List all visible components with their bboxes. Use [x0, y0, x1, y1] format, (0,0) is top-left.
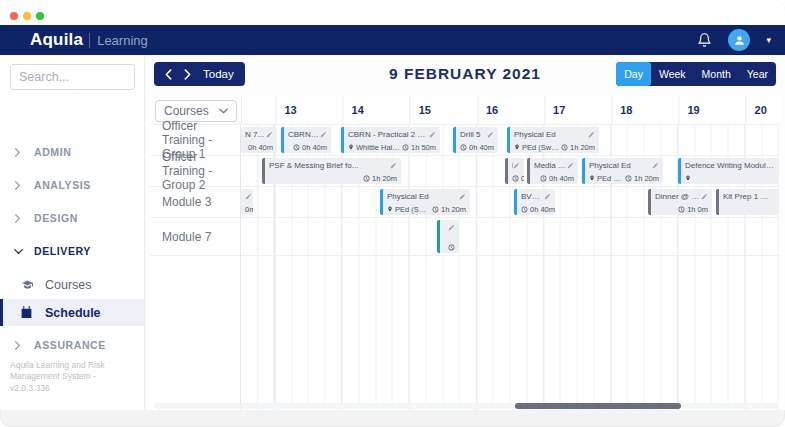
sidebar: ADMIN ANALYSIS DESIGN DELIVERY Courses S…: [0, 55, 145, 410]
edit-pencil-icon[interactable]: [701, 193, 708, 200]
row-label: Module 7: [150, 218, 240, 256]
calendar-icon: [20, 306, 33, 319]
user-menu-caret-icon[interactable]: ▾: [766, 36, 771, 45]
sidebar-section-assurance[interactable]: ASSURANCE: [0, 336, 144, 354]
edit-pencil-icon[interactable]: [588, 131, 595, 138]
hour-label-18: 18: [620, 104, 632, 116]
event-title: Physical Ed: [387, 192, 459, 201]
edit-pencil-icon[interactable]: [459, 193, 466, 200]
timeline-row: PSF & Messing Brief fo...1h 20mB...0hMed…: [241, 156, 779, 187]
event-card[interactable]: Physical EdPEd (Swimmin...1h 20m: [380, 189, 470, 215]
location-pin-icon: [514, 143, 520, 151]
edit-pencil-icon[interactable]: [429, 131, 436, 138]
event-card[interactable]: 0m: [241, 189, 253, 215]
hour-label-13: 13: [284, 104, 296, 116]
event-card[interactable]: [437, 220, 459, 253]
event-duration: 1h 20m: [441, 205, 466, 214]
sidebar-section-label: DELIVERY: [34, 245, 91, 257]
edit-pencil-icon[interactable]: [390, 162, 397, 169]
timeline-row: [241, 218, 779, 256]
clock-icon: [363, 175, 370, 182]
notifications-bell-icon[interactable]: [697, 32, 712, 48]
edit-pencil-icon[interactable]: [448, 224, 455, 231]
event-card[interactable]: Physical EdPEd (Gym)1h 20m: [582, 158, 663, 184]
hours-header: 1314151617181920: [241, 96, 779, 124]
hour-label-15: 15: [419, 104, 431, 116]
edit-pencil-icon[interactable]: [266, 131, 273, 138]
event-card[interactable]: Dinner @ Mess1h 0m: [648, 189, 712, 215]
sidebar-section-delivery[interactable]: DELIVERY: [0, 242, 144, 260]
clock-icon: [625, 175, 632, 182]
sidebar-section-analysis[interactable]: ANALYSIS: [0, 176, 144, 194]
event-card[interactable]: Drill 50h 40m: [453, 127, 498, 153]
event-card[interactable]: Kit Prep 1 @ Block: [716, 189, 779, 215]
user-avatar[interactable]: [728, 29, 750, 51]
event-card[interactable]: N 7...0h 40m: [241, 127, 277, 153]
schedule-grid: Courses 1314151617181920 Officer Trainin…: [150, 96, 779, 410]
schedule-toolbar: Today 9 FEBRUARY 2021 DayWeekMonthYear: [145, 62, 785, 92]
clock-icon: [460, 144, 467, 151]
edit-pencil-icon[interactable]: [320, 131, 327, 138]
main-area: Today 9 FEBRUARY 2021 DayWeekMonthYear C…: [145, 55, 785, 410]
chevron-right-icon: [14, 148, 21, 157]
search-input[interactable]: [10, 64, 135, 90]
clock-icon: [521, 206, 528, 213]
view-tab-day[interactable]: Day: [616, 62, 651, 86]
screen: Aquila Learning ▾ ADMIN ANALY: [0, 0, 785, 427]
minimize-window-icon[interactable]: [23, 12, 31, 20]
event-card[interactable]: Defence Writing Module 1 an: [678, 158, 779, 184]
event-card[interactable]: Physical EdPEd (Swimmin...1h 20m: [507, 127, 599, 153]
edit-pencil-icon[interactable]: [487, 131, 494, 138]
chevron-down-icon: [219, 108, 228, 114]
edit-pencil-icon[interactable]: [544, 193, 551, 200]
edit-pencil-icon[interactable]: [652, 162, 659, 169]
event-location: PEd (Swimmin...: [395, 205, 430, 214]
grid-header: Courses 1314151617181920: [150, 96, 779, 125]
clock-icon: [561, 144, 568, 151]
zoom-window-icon[interactable]: [36, 12, 44, 20]
event-card[interactable]: CBRN - Practical 2 Unmasking and...Whitt…: [341, 127, 440, 153]
hour-label-20: 20: [755, 104, 767, 116]
sidebar-item-courses[interactable]: Courses: [0, 271, 144, 298]
view-tab-year[interactable]: Year: [739, 62, 776, 86]
edit-pencil-icon[interactable]: [513, 162, 520, 169]
view-tab-month[interactable]: Month: [694, 62, 739, 86]
chevron-right-icon: [14, 214, 21, 223]
sidebar-section-design[interactable]: DESIGN: [0, 209, 144, 227]
event-duration: 0h 40m: [302, 143, 327, 152]
sidebar-item-schedule[interactable]: Schedule: [0, 299, 144, 326]
event-card[interactable]: Media A...0h 40m: [527, 158, 578, 184]
row-labels-column: Officer Training - Group 1Officer Traini…: [150, 125, 241, 410]
view-tab-week[interactable]: Week: [651, 62, 694, 86]
chevron-right-icon: [14, 341, 21, 350]
edit-pencil-icon[interactable]: [245, 193, 252, 200]
sidebar-item-label: Schedule: [45, 306, 101, 320]
event-title: BVP: Int...: [521, 192, 544, 201]
app-header: Aquila Learning ▾: [0, 25, 785, 55]
app-body: ADMIN ANALYSIS DESIGN DELIVERY Courses S…: [0, 55, 785, 410]
close-window-icon[interactable]: [10, 12, 18, 20]
event-duration: 1h 20m: [634, 174, 659, 183]
sidebar-section-admin[interactable]: ADMIN: [0, 143, 144, 161]
brand-logo[interactable]: Aquila: [30, 30, 83, 50]
event-duration: 1h 0m: [687, 205, 708, 214]
clock-icon: [293, 144, 300, 151]
horizontal-scrollbar-thumb[interactable]: [515, 403, 681, 409]
event-duration: 1h 50m: [411, 143, 436, 152]
location-pin-icon: [348, 143, 354, 151]
event-card[interactable]: PSF & Messing Brief fo...1h 20m: [262, 158, 401, 184]
view-switcher: DayWeekMonthYear: [616, 62, 776, 86]
timeline-row: N 7...0h 40mCBRN 8...0h 40mCBRN - Practi…: [241, 125, 779, 156]
sidebar-section-label: ANALYSIS: [34, 179, 91, 191]
clock-icon: [432, 206, 439, 213]
horizontal-scrollbar-track[interactable]: [155, 403, 779, 409]
clock-icon: [540, 175, 547, 182]
timeline: N 7...0h 40mCBRN 8...0h 40mCBRN - Practi…: [241, 125, 779, 410]
edit-pencil-icon[interactable]: [567, 162, 574, 169]
event-card[interactable]: B...0h: [505, 158, 524, 184]
event-duration: 0m: [245, 205, 253, 214]
event-card[interactable]: CBRN 8...0h 40m: [281, 127, 331, 153]
event-card[interactable]: BVP: Int...0h 40m: [514, 189, 555, 215]
clock-icon: [448, 244, 455, 251]
event-duration: 1h 20m: [372, 174, 397, 183]
